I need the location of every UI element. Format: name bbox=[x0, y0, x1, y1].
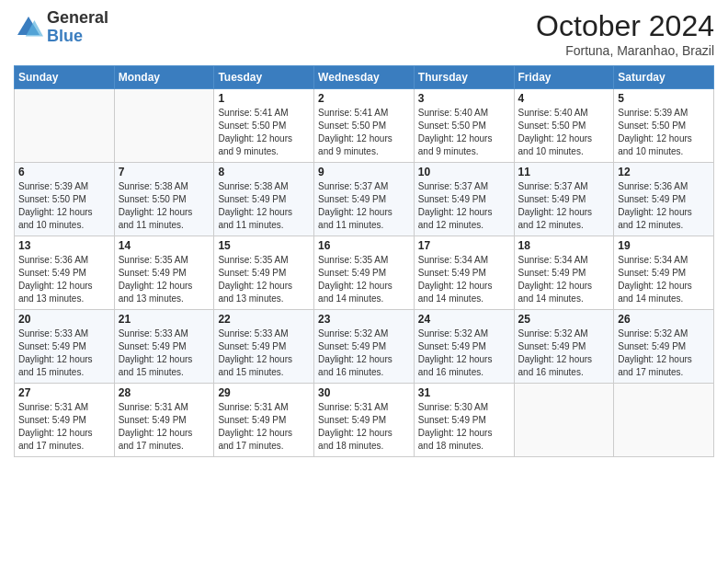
day-sunrise: Sunrise: 5:37 AM bbox=[518, 181, 588, 191]
day-number: 24 bbox=[418, 313, 510, 326]
day-sunrise: Sunrise: 5:38 AM bbox=[119, 181, 188, 191]
day-sunset: Sunset: 5:49 PM bbox=[119, 268, 187, 278]
day-number: 13 bbox=[18, 239, 110, 252]
day-number: 11 bbox=[518, 166, 610, 178]
day-sunset: Sunset: 5:50 PM bbox=[318, 121, 386, 131]
day-number: 1 bbox=[218, 92, 310, 105]
day-sunrise: Sunrise: 5:31 AM bbox=[318, 402, 388, 412]
day-sunset: Sunset: 5:49 PM bbox=[18, 415, 86, 425]
calendar-cell: 11 Sunrise: 5:37 AM Sunset: 5:49 PM Dayl… bbox=[514, 163, 614, 236]
day-sunset: Sunset: 5:49 PM bbox=[218, 341, 286, 351]
day-sunset: Sunset: 5:49 PM bbox=[618, 341, 686, 351]
calendar-cell: 31 Sunrise: 5:30 AM Sunset: 5:49 PM Dayl… bbox=[414, 384, 514, 457]
calendar-cell: 30 Sunrise: 5:31 AM Sunset: 5:49 PM Dayl… bbox=[314, 384, 415, 457]
day-sunset: Sunset: 5:49 PM bbox=[18, 268, 86, 278]
day-number: 7 bbox=[119, 166, 210, 178]
calendar-header-row: Sunday Monday Tuesday Wednesday Thursday… bbox=[15, 66, 714, 89]
calendar-cell: 17 Sunrise: 5:34 AM Sunset: 5:49 PM Dayl… bbox=[414, 236, 514, 310]
day-number: 20 bbox=[18, 313, 110, 326]
day-daylight: Daylight: 12 hours and 17 minutes. bbox=[218, 428, 292, 451]
calendar-cell: 15 Sunrise: 5:35 AM Sunset: 5:49 PM Dayl… bbox=[214, 236, 314, 310]
day-daylight: Daylight: 12 hours and 10 minutes. bbox=[518, 133, 593, 156]
day-daylight: Daylight: 12 hours and 11 minutes. bbox=[218, 207, 292, 230]
col-monday: Monday bbox=[114, 66, 214, 89]
calendar-cell: 12 Sunrise: 5:36 AM Sunset: 5:49 PM Dayl… bbox=[614, 163, 714, 236]
day-number: 3 bbox=[418, 92, 510, 105]
calendar-cell: 23 Sunrise: 5:32 AM Sunset: 5:49 PM Dayl… bbox=[314, 310, 415, 384]
day-number: 21 bbox=[119, 313, 210, 326]
day-daylight: Daylight: 12 hours and 14 minutes. bbox=[518, 281, 593, 304]
title-block: October 2024 Fortuna, Maranhao, Brazil bbox=[536, 9, 714, 58]
day-number: 23 bbox=[318, 313, 410, 326]
col-thursday: Thursday bbox=[414, 66, 514, 89]
header: General Blue October 2024 Fortuna, Maran… bbox=[14, 9, 714, 58]
day-daylight: Daylight: 12 hours and 14 minutes. bbox=[418, 281, 493, 304]
day-number: 14 bbox=[119, 239, 210, 252]
calendar-cell: 20 Sunrise: 5:33 AM Sunset: 5:49 PM Dayl… bbox=[15, 310, 115, 384]
day-daylight: Daylight: 12 hours and 13 minutes. bbox=[119, 281, 193, 304]
calendar-cell: 14 Sunrise: 5:35 AM Sunset: 5:49 PM Dayl… bbox=[114, 236, 214, 310]
day-daylight: Daylight: 12 hours and 16 minutes. bbox=[518, 354, 593, 377]
day-daylight: Daylight: 12 hours and 10 minutes. bbox=[618, 133, 692, 156]
day-sunset: Sunset: 5:49 PM bbox=[418, 415, 486, 425]
day-daylight: Daylight: 12 hours and 15 minutes. bbox=[18, 354, 93, 377]
calendar-cell bbox=[614, 384, 714, 457]
day-sunrise: Sunrise: 5:40 AM bbox=[418, 108, 488, 118]
calendar-cell: 9 Sunrise: 5:37 AM Sunset: 5:49 PM Dayli… bbox=[314, 163, 415, 236]
day-sunrise: Sunrise: 5:34 AM bbox=[618, 255, 688, 265]
day-sunrise: Sunrise: 5:41 AM bbox=[218, 108, 288, 118]
calendar-cell: 13 Sunrise: 5:36 AM Sunset: 5:49 PM Dayl… bbox=[15, 236, 115, 310]
calendar-cell bbox=[514, 384, 614, 457]
day-number: 9 bbox=[318, 166, 410, 178]
logo-icon bbox=[14, 13, 43, 42]
day-sunset: Sunset: 5:50 PM bbox=[618, 121, 686, 131]
day-sunset: Sunset: 5:50 PM bbox=[418, 121, 486, 131]
day-sunrise: Sunrise: 5:30 AM bbox=[418, 402, 488, 412]
calendar-week-3: 13 Sunrise: 5:36 AM Sunset: 5:49 PM Dayl… bbox=[15, 236, 714, 310]
calendar-cell: 8 Sunrise: 5:38 AM Sunset: 5:49 PM Dayli… bbox=[214, 163, 314, 236]
day-daylight: Daylight: 12 hours and 11 minutes. bbox=[119, 207, 193, 230]
day-number: 5 bbox=[618, 92, 710, 105]
day-daylight: Daylight: 12 hours and 16 minutes. bbox=[418, 354, 493, 377]
calendar-table: Sunday Monday Tuesday Wednesday Thursday… bbox=[14, 65, 714, 457]
day-number: 12 bbox=[618, 166, 710, 178]
calendar-cell: 26 Sunrise: 5:32 AM Sunset: 5:49 PM Dayl… bbox=[614, 310, 714, 384]
day-sunrise: Sunrise: 5:34 AM bbox=[418, 255, 488, 265]
day-daylight: Daylight: 12 hours and 16 minutes. bbox=[318, 354, 392, 377]
calendar-cell: 18 Sunrise: 5:34 AM Sunset: 5:49 PM Dayl… bbox=[514, 236, 614, 310]
col-wednesday: Wednesday bbox=[314, 66, 415, 89]
calendar-cell: 6 Sunrise: 5:39 AM Sunset: 5:50 PM Dayli… bbox=[15, 163, 115, 236]
day-sunset: Sunset: 5:49 PM bbox=[318, 341, 386, 351]
day-daylight: Daylight: 12 hours and 17 minutes. bbox=[18, 428, 93, 451]
day-sunrise: Sunrise: 5:36 AM bbox=[618, 181, 688, 191]
calendar-cell: 1 Sunrise: 5:41 AM Sunset: 5:50 PM Dayli… bbox=[214, 89, 314, 163]
day-sunrise: Sunrise: 5:34 AM bbox=[518, 255, 588, 265]
day-number: 18 bbox=[518, 239, 610, 252]
day-number: 22 bbox=[218, 313, 310, 326]
day-daylight: Daylight: 12 hours and 14 minutes. bbox=[618, 281, 692, 304]
day-daylight: Daylight: 12 hours and 12 minutes. bbox=[618, 207, 692, 230]
day-sunset: Sunset: 5:49 PM bbox=[418, 194, 486, 204]
day-daylight: Daylight: 12 hours and 18 minutes. bbox=[418, 428, 493, 451]
calendar-cell bbox=[114, 89, 214, 163]
day-sunset: Sunset: 5:49 PM bbox=[418, 341, 486, 351]
day-sunrise: Sunrise: 5:32 AM bbox=[318, 328, 388, 339]
day-sunrise: Sunrise: 5:39 AM bbox=[18, 181, 88, 191]
calendar-cell: 22 Sunrise: 5:33 AM Sunset: 5:49 PM Dayl… bbox=[214, 310, 314, 384]
day-sunset: Sunset: 5:49 PM bbox=[18, 341, 86, 351]
calendar-cell: 16 Sunrise: 5:35 AM Sunset: 5:49 PM Dayl… bbox=[314, 236, 415, 310]
day-daylight: Daylight: 12 hours and 10 minutes. bbox=[18, 207, 93, 230]
day-daylight: Daylight: 12 hours and 11 minutes. bbox=[318, 207, 392, 230]
calendar-week-4: 20 Sunrise: 5:33 AM Sunset: 5:49 PM Dayl… bbox=[15, 310, 714, 384]
day-number: 17 bbox=[418, 239, 510, 252]
col-tuesday: Tuesday bbox=[214, 66, 314, 89]
calendar-cell: 25 Sunrise: 5:32 AM Sunset: 5:49 PM Dayl… bbox=[514, 310, 614, 384]
calendar-cell: 29 Sunrise: 5:31 AM Sunset: 5:49 PM Dayl… bbox=[214, 384, 314, 457]
calendar-cell: 21 Sunrise: 5:33 AM Sunset: 5:49 PM Dayl… bbox=[114, 310, 214, 384]
calendar-cell: 19 Sunrise: 5:34 AM Sunset: 5:49 PM Dayl… bbox=[614, 236, 714, 310]
day-sunset: Sunset: 5:49 PM bbox=[418, 268, 486, 278]
calendar-week-1: 1 Sunrise: 5:41 AM Sunset: 5:50 PM Dayli… bbox=[15, 89, 714, 163]
day-sunrise: Sunrise: 5:31 AM bbox=[218, 402, 288, 412]
calendar-cell bbox=[15, 89, 115, 163]
day-sunrise: Sunrise: 5:32 AM bbox=[618, 328, 688, 339]
